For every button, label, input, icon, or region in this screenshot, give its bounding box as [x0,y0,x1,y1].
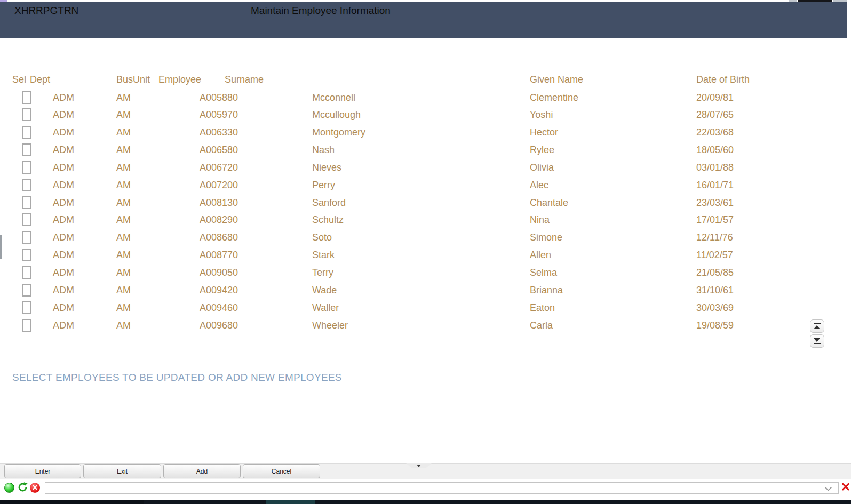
cell-busunit: AM [116,211,131,229]
cell-dob: 31/10/61 [696,282,734,299]
cell-dob: 17/01/57 [696,211,734,229]
command-input[interactable] [45,482,839,494]
cell-given-name: Nina [530,211,550,229]
cell-dept: ADM [53,106,74,124]
cell-employee: A009050 [200,264,238,282]
cell-dob: 22/03/68 [696,124,734,141]
table-row: ADM AM A006330 Montgomery Hector 22/03/6… [0,124,811,141]
cell-busunit: AM [116,124,131,141]
cell-employee: A008770 [200,246,238,264]
cell-dob: 19/08/59 [696,317,734,334]
cell-dob: 20/09/81 [696,89,734,107]
cell-employee: A008680 [200,229,238,246]
cell-given-name: Brianna [530,282,563,299]
cell-employee: A006330 [200,124,238,141]
row-select-checkbox[interactable] [22,319,31,332]
cell-dob: 21/05/85 [696,264,734,282]
cell-employee: A009420 [200,282,238,299]
cell-employee: A005880 [200,89,238,107]
cell-given-name: Eaton [530,299,555,317]
error-close-icon[interactable] [30,483,40,493]
row-select-checkbox[interactable] [22,179,31,191]
table-row: ADM AM A009050 Terry Selma 21/05/85 [0,264,811,282]
cell-dob: 18/05/60 [696,141,734,159]
row-select-checkbox[interactable] [22,91,31,104]
scroll-top-icon [814,323,821,329]
add-button[interactable]: Add [163,464,241,478]
cell-surname: Perry [312,177,335,194]
scroll-to-top-button[interactable] [810,319,824,333]
cell-dept: ADM [53,177,74,194]
refresh-icon[interactable] [17,482,28,493]
col-header-dept: Dept [30,74,50,85]
cell-given-name: Selma [530,264,557,282]
scroll-bottom-icon [814,338,821,344]
cell-employee: A008290 [200,211,238,229]
cell-busunit: AM [116,246,131,264]
row-select-checkbox[interactable] [22,126,31,139]
row-select-checkbox[interactable] [22,231,31,244]
cell-busunit: AM [116,299,131,317]
cell-dob: 30/03/69 [696,299,734,317]
table-row: ADM AM A008680 Soto Simone 12/11/76 [0,229,811,246]
row-select-checkbox[interactable] [22,266,31,279]
col-header-busunit: BusUnit [116,74,150,85]
cell-busunit: AM [116,317,131,334]
cell-dob: 28/07/65 [696,106,734,124]
taskbar-segment [0,500,144,504]
table-row: ADM AM A005880 Mcconnell Clementine 20/0… [0,89,811,107]
cell-dob: 16/01/71 [696,177,734,194]
table-row: ADM AM A006580 Nash Rylee 18/05/60 [0,141,811,159]
row-select-checkbox[interactable] [22,301,31,314]
cell-dob: 12/11/76 [696,229,733,246]
title-bar: XHRRPGTRN Maintain Employee Information [0,2,847,38]
cell-surname: Soto [312,229,332,246]
cell-busunit: AM [116,282,131,299]
status-message: SELECT EMPLOYEES TO BE UPDATED OR ADD NE… [12,372,342,383]
table-row: ADM AM A007200 Perry Alec 16/01/71 [0,177,811,194]
cell-dob: 03/01/88 [696,159,734,177]
cell-dept: ADM [53,159,74,177]
table-row: ADM AM A006720 Nieves Olivia 03/01/88 [0,159,811,177]
enter-button[interactable]: Enter [4,464,81,478]
cell-given-name: Simone [530,229,562,246]
cell-dept: ADM [53,317,74,334]
cell-dob: 23/03/61 [696,194,734,212]
scrollbar-fragment [0,235,2,259]
cell-surname: Mcconnell [312,89,355,107]
cell-dept: ADM [53,194,74,212]
cell-dept: ADM [53,211,74,229]
row-select-checkbox[interactable] [22,196,31,209]
cell-dept: ADM [53,299,74,317]
row-select-checkbox[interactable] [22,213,31,226]
col-header-date-of-birth: Date of Birth [696,74,750,85]
cell-surname: Stark [312,246,335,264]
cell-dept: ADM [53,264,74,282]
status-orb-icon[interactable] [4,483,14,493]
row-select-checkbox[interactable] [22,161,31,174]
cell-employee: A006720 [200,159,238,177]
cell-busunit: AM [116,264,131,282]
row-select-checkbox[interactable] [22,249,31,261]
table-row: ADM AM A009420 Wade Brianna 31/10/61 [0,282,811,299]
close-icon[interactable] [841,482,850,491]
scroll-to-bottom-button[interactable] [810,334,824,348]
program-id: XHRRPGTRN [14,5,78,17]
exit-button[interactable]: Exit [83,464,161,478]
cell-given-name: Alec [530,177,548,194]
cancel-button[interactable]: Cancel [243,464,320,478]
cell-given-name: Rylee [530,141,554,159]
cell-dept: ADM [53,89,74,107]
cell-surname: Wade [312,282,337,299]
cell-given-name: Yoshi [530,106,553,124]
cell-surname: Nieves [312,159,341,177]
cell-busunit: AM [116,106,131,124]
cell-employee: A005970 [200,106,238,124]
row-select-checkbox[interactable] [22,108,31,121]
table-row: ADM AM A008770 Stark Allen 11/02/57 [0,246,811,264]
row-select-checkbox[interactable] [22,143,31,156]
row-select-checkbox[interactable] [22,284,31,297]
cell-dept: ADM [53,124,74,141]
taskbar-segment [266,500,315,504]
chevron-down-icon [417,465,421,467]
